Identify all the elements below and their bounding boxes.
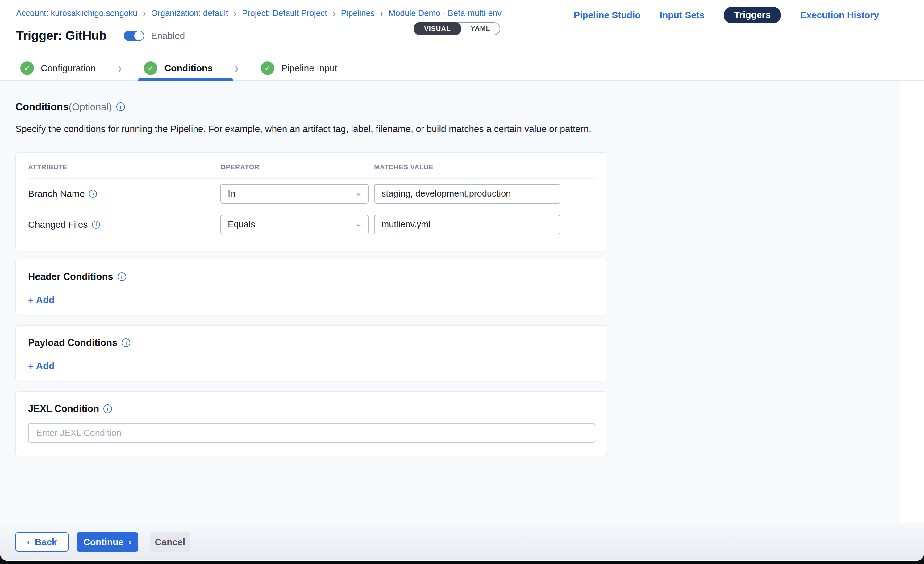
chevron-left-icon: ‹ (27, 537, 30, 547)
branch-name-operator-select[interactable]: In ⌄ (220, 184, 369, 204)
page-title: Trigger: GitHub (16, 28, 106, 43)
check-circle-icon: ✓ (20, 62, 34, 75)
back-button-label: Back (35, 537, 57, 548)
conditions-panel: Conditions(Optional) i Specify the condi… (0, 81, 924, 523)
chevron-down-icon: ⌄ (355, 218, 363, 229)
breadcrumb-pipelines-link[interactable]: Pipelines (341, 9, 375, 18)
branch-name-label: Branch Name i (28, 189, 220, 199)
payload-conditions-add-button[interactable]: + Add (28, 361, 55, 372)
nav-execution-history[interactable]: Execution History (800, 10, 879, 20)
cancel-button[interactable]: Cancel (150, 532, 190, 552)
chevron-right-icon: › (118, 60, 122, 76)
branch-name-text: Branch Name (28, 189, 84, 199)
conditions-table-header: ATTRIBUTE OPERATOR MATCHES VALUE (28, 163, 595, 171)
breadcrumb-separator-icon: › (234, 8, 236, 19)
column-header-matches-value: MATCHES VALUE (374, 163, 596, 171)
page-header: Account: kurosakiichigo.songoku › Organi… (0, 0, 924, 56)
yaml-mode-button[interactable]: YAML (461, 22, 500, 35)
conditions-title: Conditions (15, 101, 69, 112)
header-conditions-heading-row: Header Conditions i (28, 271, 595, 283)
changed-files-matches-value-input[interactable] (374, 215, 561, 234)
conditions-title-row: Conditions(Optional) i (15, 100, 924, 114)
conditions-optional-label: (Optional) (69, 101, 112, 112)
nav-triggers-active[interactable]: Triggers (724, 7, 781, 24)
changed-files-text: Changed Files (28, 219, 88, 230)
header-conditions-add-button[interactable]: + Add (28, 295, 55, 306)
tab-configuration-label: Configuration (41, 63, 96, 74)
conditions-table-card: ATTRIBUTE OPERATOR MATCHES VALUE Branch … (15, 152, 608, 251)
breadcrumb-pipeline-name-link[interactable]: Module Demo - Beta-multi-env (388, 9, 501, 18)
toggle-knob (134, 31, 144, 40)
column-header-attribute: ATTRIBUTE (28, 163, 220, 171)
tab-pipeline-input-label: Pipeline Input (281, 63, 338, 74)
info-icon[interactable]: i (122, 339, 130, 347)
column-header-operator: OPERATOR (220, 163, 374, 171)
jexl-heading-row: JEXL Condition i (28, 403, 595, 415)
breadcrumb: Account: kurosakiichigo.songoku › Organi… (16, 9, 501, 18)
payload-conditions-card: Payload Conditions i + Add (15, 325, 608, 381)
continue-button-label: Continue (83, 537, 123, 548)
breadcrumb-account-link[interactable]: Account: kurosakiichigo.songoku (16, 9, 137, 18)
breadcrumb-separator-icon: › (333, 8, 336, 19)
breadcrumb-organization-link[interactable]: Organization: default (151, 9, 228, 18)
changed-files-operator-select[interactable]: Equals ⌄ (220, 215, 369, 234)
nav-input-sets[interactable]: Input Sets (660, 10, 705, 20)
right-side-strip (900, 81, 924, 523)
pipeline-top-nav: Pipeline Studio Input Sets Triggers Exec… (574, 7, 879, 24)
breadcrumb-separator-icon: › (380, 8, 383, 19)
wizard-tabbar: ✓ Configuration › ✓ Conditions › ✓ Pipel… (0, 56, 924, 81)
check-circle-icon: ✓ (144, 62, 158, 75)
wizard-footer: ‹ Back Continue › Cancel (0, 523, 924, 560)
trigger-title-row: Trigger: GitHub Enabled (16, 28, 185, 43)
header-conditions-card: Header Conditions i + Add (15, 259, 608, 315)
nav-pipeline-studio[interactable]: Pipeline Studio (574, 10, 641, 20)
table-row-branch-name: Branch Name i In ⌄ (28, 178, 595, 209)
check-circle-icon: ✓ (261, 62, 274, 75)
table-row-changed-files: Changed Files i Equals ⌄ (28, 209, 595, 240)
app-window: Account: kurosakiichigo.songoku › Organi… (0, 0, 924, 561)
tab-pipeline-input[interactable]: ✓ Pipeline Input (261, 62, 338, 75)
info-icon[interactable]: i (89, 190, 97, 198)
breadcrumb-separator-icon: › (143, 8, 146, 19)
chevron-down-icon: ⌄ (355, 187, 363, 198)
jexl-condition-card: JEXL Condition i (15, 391, 608, 456)
info-icon[interactable]: i (104, 405, 112, 413)
payload-conditions-title: Payload Conditions (28, 337, 117, 348)
info-icon[interactable]: i (118, 272, 126, 281)
back-button[interactable]: ‹ Back (15, 532, 69, 552)
tab-conditions-label: Conditions (164, 63, 213, 74)
jexl-condition-input[interactable] (28, 423, 596, 443)
visual-yaml-toggle: VISUAL YAML (414, 22, 500, 35)
changed-files-label: Changed Files i (28, 219, 220, 230)
info-icon[interactable]: i (116, 102, 125, 111)
conditions-description: Specify the conditions for running the P… (15, 123, 924, 135)
tab-conditions[interactable]: ✓ Conditions (144, 62, 213, 75)
tab-configuration[interactable]: ✓ Configuration (20, 62, 96, 75)
branch-name-matches-value-input[interactable] (374, 184, 561, 204)
info-icon[interactable]: i (92, 220, 100, 229)
chevron-right-icon: › (235, 60, 238, 76)
continue-button[interactable]: Continue › (76, 532, 138, 552)
payload-conditions-heading-row: Payload Conditions i (28, 337, 595, 349)
header-conditions-title: Header Conditions (28, 271, 113, 282)
chevron-right-icon: › (128, 537, 131, 547)
jexl-condition-title: JEXL Condition (28, 403, 99, 414)
breadcrumb-project-link[interactable]: Project: Default Project (242, 9, 327, 18)
enabled-toggle-label: Enabled (151, 30, 185, 41)
active-tab-underline (138, 78, 233, 81)
changed-files-operator-value: Equals (228, 219, 255, 230)
cancel-button-label: Cancel (155, 537, 185, 548)
enabled-toggle[interactable] (124, 30, 144, 41)
visual-mode-button[interactable]: VISUAL (414, 22, 461, 36)
branch-name-operator-value: In (228, 189, 235, 199)
